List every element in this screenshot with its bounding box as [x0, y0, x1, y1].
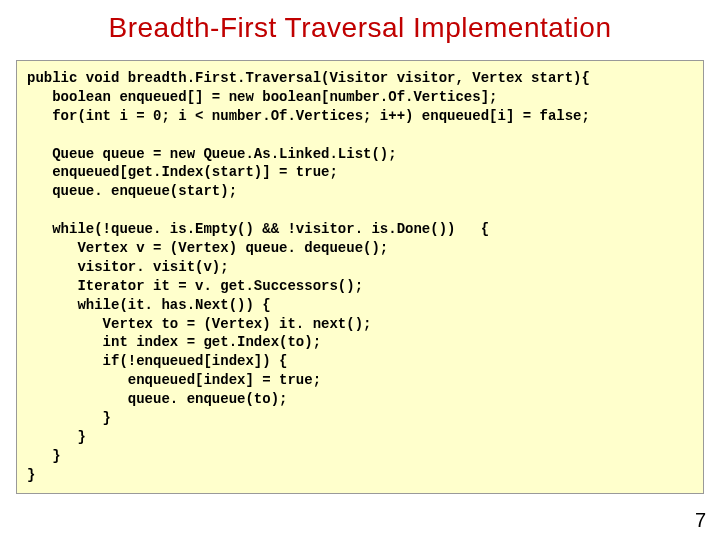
page-number: 7 [695, 509, 706, 532]
slide-title: Breadth-First Traversal Implementation [0, 0, 720, 60]
code-block: public void breadth.First.Traversal(Visi… [16, 60, 704, 494]
